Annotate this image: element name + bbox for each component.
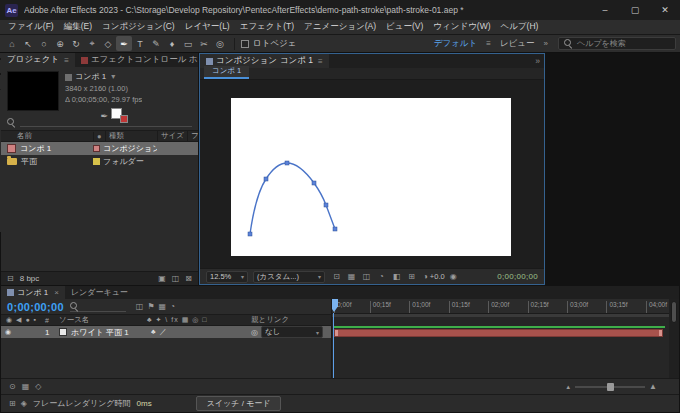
time-ruler[interactable]: 0;00f00;15f01;00f01;15f02;00f02;15f03;00… (332, 299, 669, 314)
viewer-option-icon[interactable]: ◔ (375, 272, 388, 281)
column-source-name[interactable]: ソース名 (59, 315, 147, 325)
menu-item[interactable]: ビュー(V) (381, 21, 428, 33)
path-vertex[interactable] (264, 177, 268, 181)
tool-icon[interactable]: ◇ (100, 36, 116, 51)
layer-duration-bar[interactable] (334, 329, 663, 337)
timeline-bottom-icon[interactable]: ◇ (35, 382, 41, 391)
timeline-vertical-scrollbar[interactable] (669, 299, 679, 378)
comp-flag-caret[interactable]: ▾ (111, 71, 115, 83)
workspace-menu-icon[interactable]: ≡ (482, 39, 495, 48)
scrollbar-thumb[interactable] (671, 301, 677, 323)
timeline-view-icon[interactable]: ◔ (170, 302, 175, 311)
menu-item[interactable]: 編集(E) (59, 21, 97, 33)
current-time-display[interactable]: 0;00;00;00 (7, 301, 64, 313)
layer-row[interactable]: ◉ 1 ホワイト 平面 1 ♣ ／ ◎ なし ▾ (1, 326, 331, 338)
timeline-view-icon[interactable]: ◫ (136, 302, 144, 311)
tool-icon[interactable]: ⌂ (4, 36, 20, 51)
path-vertex[interactable] (248, 232, 252, 236)
timeline-bottom-icon[interactable]: ▦ (22, 382, 30, 391)
maximize-button[interactable]: ▢ (620, 0, 650, 20)
rotobezier-checkbox[interactable] (241, 40, 249, 48)
menu-item[interactable]: エフェクト(T) (235, 21, 299, 33)
tab-project[interactable]: プロジェクト ≡ (1, 53, 75, 67)
resolution-dropdown[interactable]: (カスタム...) ▾ (253, 271, 325, 283)
minimize-button[interactable]: – (590, 0, 620, 20)
layer-name[interactable]: ホワイト 平面 1 (71, 327, 151, 338)
menu-item[interactable]: アニメーション(A) (299, 21, 381, 33)
workspace-tab-default[interactable]: デフォルト (429, 38, 483, 50)
close-icon[interactable]: × (54, 288, 59, 297)
timeline-view-icon[interactable]: ▦ (159, 302, 167, 311)
path-vertex[interactable] (324, 203, 328, 207)
status-icon[interactable]: ⊞ (9, 399, 16, 408)
close-button[interactable]: ✕ (650, 0, 680, 20)
exposure-control[interactable]: ◑ +0.0 (423, 272, 445, 281)
viewer-option-icon[interactable]: ⊞ (405, 272, 418, 281)
path-vertex[interactable] (312, 181, 316, 185)
zoom-slider-track[interactable] (575, 386, 645, 388)
tool-icon[interactable]: ♦ (164, 36, 180, 51)
timeline-view-icon[interactable]: ⚑ (147, 302, 154, 311)
tool-icon[interactable]: ○ (36, 36, 52, 51)
tool-icon[interactable]: ✒ (116, 36, 132, 51)
project-bit-depth[interactable]: 8 bpc (20, 274, 40, 283)
viewer-option-icon[interactable]: ▦ (345, 272, 358, 281)
timeline-search-input[interactable] (70, 301, 126, 312)
column-type[interactable]: 種類 (105, 131, 157, 141)
eye-icon[interactable]: ◉ (1, 328, 15, 336)
tool-icon[interactable]: ▭ (180, 36, 196, 51)
tool-icon[interactable]: ⌖ (84, 36, 100, 51)
pickwhip-icon[interactable]: ◎ (251, 328, 258, 337)
column-switches-icons[interactable]: ♣ ✦ \ fx ▦ ◎ □ (147, 316, 251, 324)
tool-icon[interactable]: ◎ (212, 36, 228, 51)
composition-nav-tab[interactable]: コンポ 1 (204, 66, 249, 79)
workspace-tab-review[interactable]: レビュー (495, 38, 540, 50)
tab-render-queue[interactable]: レンダーキュー (65, 286, 134, 299)
layer-switches[interactable]: ♣ ／ (151, 327, 251, 337)
zoom-in-icon[interactable]: ▲ (649, 382, 657, 391)
tab-effect-controls[interactable]: エフェクトコントロール ホワイト (75, 53, 198, 67)
menu-item[interactable]: ファイル(F) (3, 21, 59, 33)
tool-icon[interactable]: ↻ (68, 36, 84, 51)
tool-icon[interactable]: ↖ (20, 36, 36, 51)
column-file[interactable]: フ (187, 131, 198, 141)
tool-icon[interactable]: ✎ (148, 36, 164, 51)
switches-modes-button[interactable]: スイッチ / モード (196, 396, 282, 411)
timeline-zoom-slider[interactable]: ▲ ▲ (565, 382, 657, 391)
column-label[interactable]: ● (93, 132, 105, 141)
stroke-color-swatch[interactable] (120, 115, 128, 123)
new-composition-icon[interactable]: ▣ (158, 274, 166, 283)
panel-menu-icon[interactable]: ≡ (64, 56, 69, 65)
tool-icon[interactable]: ⊕ (52, 36, 68, 51)
composition-canvas[interactable] (231, 98, 511, 256)
viewer-option-icon[interactable]: ◫ (360, 272, 373, 281)
column-name[interactable]: 名前 (1, 131, 93, 141)
bezier-path[interactable] (250, 163, 335, 234)
status-icon[interactable]: ◈ (21, 399, 27, 408)
playhead-line[interactable] (333, 313, 334, 378)
new-folder-icon[interactable]: ◫ (172, 274, 180, 283)
interpret-footage-icon[interactable]: ⊟ (7, 274, 14, 283)
preview-time[interactable]: 0;00;00;00 (497, 272, 538, 281)
menu-item[interactable]: レイヤー(L) (180, 21, 235, 33)
project-row-comp[interactable]: コンポ 1 コンポジション (1, 142, 198, 155)
timeline-track-area[interactable]: 0;00f00;15f01;00f01;15f02;00f02;15f03;00… (331, 299, 669, 378)
column-size[interactable]: サイズ (157, 131, 187, 141)
menu-item[interactable]: コンポジション(C) (97, 21, 180, 33)
layer-color-chip[interactable] (59, 328, 67, 336)
menu-item[interactable]: ウィンドウ(W) (428, 21, 495, 33)
tool-icon[interactable]: T (132, 36, 148, 51)
zoom-slider-knob[interactable] (607, 383, 614, 391)
zoom-dropdown[interactable]: 12.5% ▾ (206, 271, 248, 283)
tool-icon[interactable]: ✂ (196, 36, 212, 51)
column-parent-link[interactable]: 親とリンク (251, 315, 331, 325)
menu-item[interactable]: ヘルプ(H) (496, 21, 544, 33)
delete-icon[interactable]: ⊠ (185, 274, 192, 283)
tab-timeline-comp[interactable]: コンポ 1 × (1, 286, 65, 299)
timeline-bottom-icon[interactable]: ⊙ (9, 382, 16, 391)
project-row-folder[interactable]: 平面 フォルダー (1, 155, 198, 168)
parent-dropdown[interactable]: なし ▾ (261, 326, 323, 338)
help-search-input[interactable]: ヘルプを検索 (558, 37, 676, 50)
path-vertex[interactable] (333, 227, 337, 231)
work-area-bar[interactable] (332, 314, 669, 317)
